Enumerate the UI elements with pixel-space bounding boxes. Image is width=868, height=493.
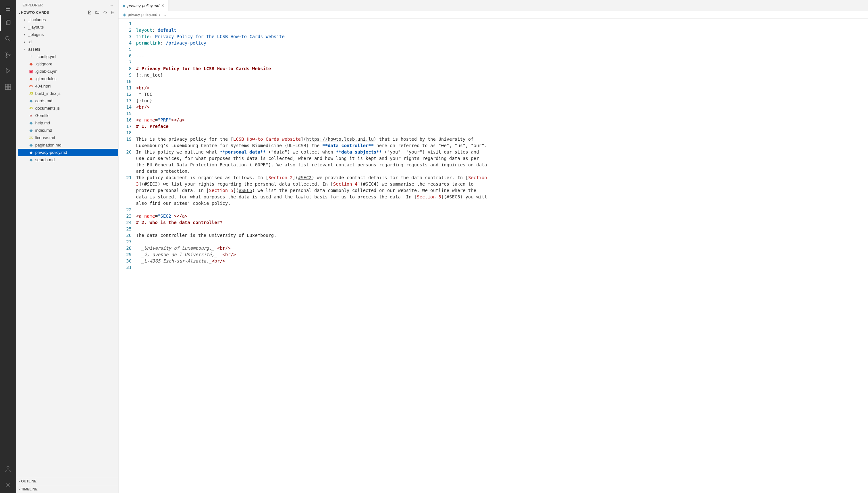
file-icon: ◆ [28, 150, 34, 155]
tab-bar: ◆ privacy-policy.md ✕ [118, 0, 868, 11]
search-icon[interactable] [0, 31, 16, 47]
file-cards.md[interactable]: ◆cards.md [18, 97, 118, 105]
activity-bar [0, 0, 16, 493]
file-index.md[interactable]: ◆index.md [18, 127, 118, 134]
file-.gitlab-ci.yml[interactable]: ▣.gitlab-ci.yml [18, 68, 118, 75]
menu-icon[interactable] [5, 3, 11, 15]
svg-rect-6 [5, 87, 8, 89]
account-icon[interactable] [0, 461, 16, 477]
chevron-right-icon: › [19, 479, 20, 483]
svg-point-0 [6, 37, 9, 40]
sidebar: EXPLORER ··· ⌄ HOWTO-CARDS ›_includes›_l… [16, 0, 118, 493]
file-icon: ! [28, 54, 34, 59]
svg-point-1 [6, 52, 7, 53]
file-Gemfile[interactable]: ◈Gemfile [18, 112, 118, 119]
project-header[interactable]: ⌄ HOWTO-CARDS [16, 9, 118, 16]
file-icon: ◆ [28, 76, 34, 81]
file-icon: ⚖ [28, 135, 34, 140]
chevron-down-icon: ⌄ [18, 10, 21, 15]
file-help.md[interactable]: ◆help.md [18, 119, 118, 127]
file-build_index.js[interactable]: JSbuild_index.js [18, 90, 118, 97]
source-control-icon[interactable] [0, 47, 16, 63]
svg-rect-7 [8, 87, 10, 89]
explorer-icon[interactable] [0, 15, 16, 31]
file-privacy-policy.md[interactable]: ◆privacy-policy.md [18, 149, 118, 156]
file-icon: ◆ [28, 128, 34, 133]
file-license.md[interactable]: ⚖license.md [18, 134, 118, 141]
svg-point-2 [6, 56, 7, 58]
file-icon: ◆ [28, 157, 34, 162]
chevron-right-icon: › [24, 17, 28, 22]
settings-gear-icon[interactable] [0, 477, 16, 493]
svg-point-9 [7, 484, 9, 486]
chevron-right-icon: › [19, 487, 20, 491]
line-gutter: 12345678910111213141516171819 20 21 2223… [118, 19, 136, 493]
file-.gitignore[interactable]: ◆.gitignore [18, 60, 118, 68]
folder-.ci[interactable]: ›.ci [18, 38, 118, 45]
file-icon: ▣ [28, 69, 34, 74]
run-debug-icon[interactable] [0, 63, 16, 79]
markdown-icon: ◆ [123, 13, 126, 17]
code-editor[interactable]: 12345678910111213141516171819 20 21 2223… [118, 19, 868, 493]
file-404.html[interactable]: <>404.html [18, 82, 118, 90]
code-content[interactable]: ---layout: defaulttitle: Privacy Policy … [136, 19, 487, 493]
file-pagination.md[interactable]: ◆pagination.md [18, 141, 118, 149]
svg-rect-4 [5, 84, 8, 87]
close-icon[interactable]: ✕ [161, 3, 165, 8]
svg-rect-5 [8, 84, 10, 87]
new-folder-icon[interactable] [95, 10, 99, 15]
outline-section[interactable]: › OUTLINE [16, 477, 118, 485]
file-icon: ◆ [28, 99, 34, 103]
chevron-right-icon: › [24, 47, 28, 51]
chevron-right-icon: › [24, 32, 28, 37]
new-file-icon[interactable] [87, 10, 92, 15]
collapse-icon[interactable] [111, 10, 115, 15]
file-icon: ◈ [28, 113, 34, 118]
folder-_plugins[interactable]: ›_plugins [18, 31, 118, 38]
svg-point-8 [7, 467, 9, 469]
svg-rect-10 [112, 11, 114, 14]
editor-area: ◆ privacy-policy.md ✕ ◆ privacy-policy.m… [118, 0, 868, 493]
folder-assets[interactable]: ›assets [18, 45, 118, 53]
file-_config.yml[interactable]: !_config.yml [18, 53, 118, 60]
tab-privacy-policy[interactable]: ◆ privacy-policy.md ✕ [118, 0, 169, 11]
markdown-icon: ◆ [122, 3, 125, 8]
timeline-section[interactable]: › TIMELINE [16, 485, 118, 493]
file-icon: ◆ [28, 62, 34, 66]
svg-point-3 [9, 54, 10, 56]
chevron-right-icon: › [24, 25, 28, 29]
extensions-icon[interactable] [0, 79, 16, 95]
folder-_includes[interactable]: ›_includes [18, 16, 118, 23]
file-search.md[interactable]: ◆search.md [18, 156, 118, 164]
file-tree: ›_includes›_layouts›_plugins›.ci›assets!… [16, 16, 118, 477]
sidebar-more-icon[interactable]: ··· [110, 3, 113, 7]
refresh-icon[interactable] [103, 10, 107, 15]
project-name: HOWTO-CARDS [21, 10, 49, 15]
breadcrumb[interactable]: ◆ privacy-policy.md › … [118, 11, 868, 19]
file-icon: JS [28, 106, 34, 110]
file-icon: <> [28, 84, 34, 88]
folder-_layouts[interactable]: ›_layouts [18, 23, 118, 31]
file-.gitmodules[interactable]: ◆.gitmodules [18, 75, 118, 82]
file-icon: JS [28, 92, 34, 95]
sidebar-title: EXPLORER [22, 3, 43, 7]
file-icon: ◆ [28, 143, 34, 147]
chevron-right-icon: › [24, 39, 28, 44]
file-icon: ◆ [28, 121, 34, 125]
file-documents.js[interactable]: JSdocuments.js [18, 105, 118, 112]
